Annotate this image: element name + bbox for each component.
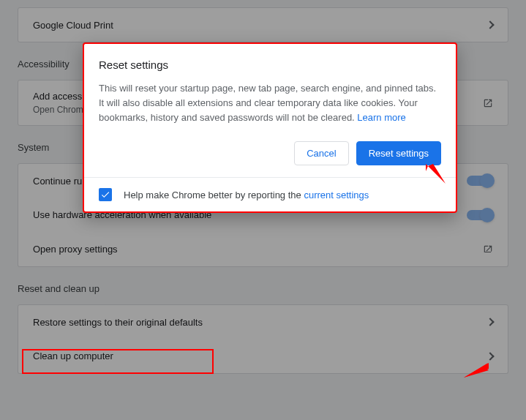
- footer-prefix: Help make Chrome better by reporting the: [124, 190, 304, 200]
- check-icon: [100, 190, 110, 200]
- current-settings-link[interactable]: current settings: [304, 190, 369, 200]
- reset-settings-dialog: Reset settings This will reset your star…: [83, 42, 457, 213]
- dialog-body-text: This will reset your startup page, new t…: [99, 81, 441, 125]
- learn-more-link[interactable]: Learn more: [357, 112, 405, 123]
- dialog-title: Reset settings: [99, 59, 441, 71]
- report-checkbox[interactable]: [99, 188, 112, 201]
- cancel-button[interactable]: Cancel: [294, 141, 348, 165]
- reset-settings-button[interactable]: Reset settings: [356, 141, 441, 165]
- dialog-footer-text: Help make Chrome better by reporting the…: [124, 190, 369, 200]
